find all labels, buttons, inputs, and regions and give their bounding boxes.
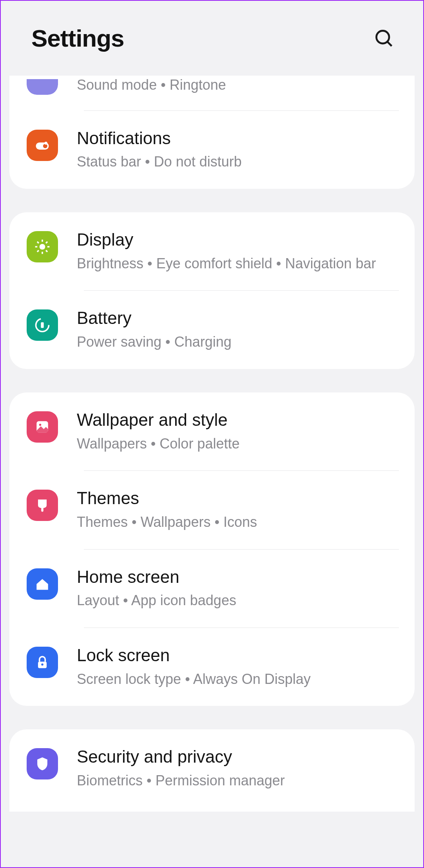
battery-icon — [27, 309, 58, 341]
settings-item-title: Wallpaper and style — [77, 410, 397, 430]
settings-item-battery[interactable]: Battery Power saving • Charging — [9, 291, 415, 369]
settings-group: Security and privacy Biometrics • Permis… — [9, 729, 415, 811]
settings-group: Sound mode • Ringtone Notifications Stat… — [9, 76, 415, 189]
settings-item-security[interactable]: Security and privacy Biometrics • Permis… — [9, 729, 415, 807]
settings-item-display[interactable]: Display Brightness • Eye comfort shield … — [9, 212, 415, 290]
svg-line-1 — [388, 42, 392, 46]
svg-line-13 — [46, 242, 47, 243]
settings-item-subtitle: Themes • Wallpapers • Icons — [77, 513, 397, 532]
svg-point-5 — [40, 244, 45, 250]
settings-item-title: Battery — [77, 308, 397, 329]
settings-item-title: Security and privacy — [77, 747, 397, 767]
page-title: Settings — [31, 24, 124, 52]
settings-item-sounds[interactable]: Sound mode • Ringtone — [9, 76, 415, 110]
svg-rect-18 — [41, 508, 43, 512]
settings-item-subtitle: Layout • App icon badges — [77, 591, 397, 610]
settings-item-notifications[interactable]: Notifications Status bar • Do not distur… — [9, 111, 415, 189]
search-button[interactable] — [372, 27, 396, 50]
settings-item-title: Display — [77, 230, 397, 250]
image-icon — [27, 411, 58, 443]
settings-item-wallpaper[interactable]: Wallpaper and style Wallpapers • Color p… — [9, 392, 415, 470]
home-icon — [27, 568, 58, 600]
search-icon — [374, 28, 394, 49]
brush-icon — [27, 490, 58, 521]
settings-item-lock-screen[interactable]: Lock screen Screen lock type • Always On… — [9, 628, 415, 706]
svg-line-11 — [46, 250, 47, 252]
settings-item-title: Notifications — [77, 128, 397, 149]
settings-item-subtitle: Screen lock type • Always On Display — [77, 670, 397, 689]
settings-item-themes[interactable]: Themes Themes • Wallpapers • Icons — [9, 471, 415, 549]
settings-item-title: Lock screen — [77, 645, 397, 666]
settings-item-title: Themes — [77, 488, 397, 509]
toggle-icon — [27, 130, 58, 161]
svg-point-17 — [39, 424, 42, 426]
svg-point-0 — [377, 31, 390, 43]
svg-point-4 — [45, 141, 47, 144]
settings-item-subtitle: Wallpapers • Color palette — [77, 434, 397, 454]
shield-icon — [27, 748, 58, 779]
sun-icon — [27, 231, 58, 262]
settings-item-home-screen[interactable]: Home screen Layout • App icon badges — [9, 550, 415, 627]
settings-group: Wallpaper and style Wallpapers • Color p… — [9, 392, 415, 706]
settings-item-subtitle: Biometrics • Permission manager — [77, 771, 397, 790]
settings-item-subtitle: Power saving • Charging — [77, 333, 397, 352]
settings-item-subtitle: Brightness • Eye comfort shield • Naviga… — [77, 254, 397, 273]
speaker-icon — [27, 79, 58, 95]
svg-point-20 — [41, 664, 43, 666]
settings-group: Display Brightness • Eye comfort shield … — [9, 212, 415, 369]
settings-header: Settings — [1, 1, 423, 76]
svg-line-10 — [37, 242, 39, 243]
settings-item-subtitle: Status bar • Do not disturb — [77, 152, 397, 172]
svg-rect-15 — [41, 322, 43, 328]
settings-item-subtitle: Sound mode • Ringtone — [77, 76, 397, 95]
svg-point-3 — [43, 144, 47, 148]
svg-line-12 — [37, 250, 39, 252]
lock-icon — [27, 647, 58, 678]
settings-item-title: Home screen — [77, 567, 397, 588]
